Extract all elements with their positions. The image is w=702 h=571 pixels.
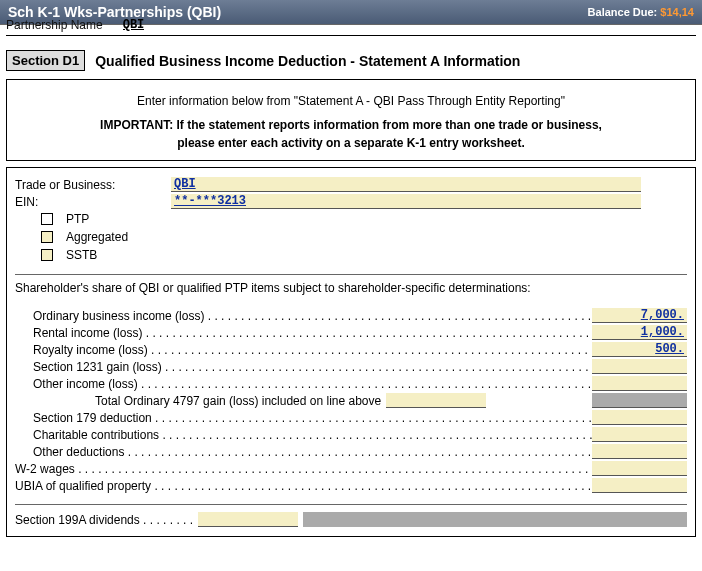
- ubia-row: UBIA of qualified property: [15, 477, 687, 494]
- trade-business-input[interactable]: QBI: [171, 177, 641, 192]
- total-4797-row: Total Ordinary 4797 gain (loss) included…: [15, 392, 687, 409]
- total-4797-label: Total Ordinary 4797 gain (loss) included…: [95, 394, 381, 408]
- ptp-label: PTP: [66, 212, 89, 226]
- balance-due: Balance Due: $14,14: [588, 6, 694, 18]
- rental-income-input[interactable]: 1,000.: [592, 325, 687, 340]
- balance-label: Balance Due:: [588, 6, 661, 18]
- ubia-label: UBIA of qualified property: [15, 479, 592, 493]
- rental-income-label: Rental income (loss): [33, 326, 592, 340]
- rental-income-row: Rental income (loss) 1,000.: [15, 324, 687, 341]
- section-title: Qualified Business Income Deduction - St…: [95, 53, 520, 69]
- other-deductions-row: Other deductions: [15, 443, 687, 460]
- sstb-label: SSTB: [66, 248, 97, 262]
- section-179-input[interactable]: [592, 410, 687, 425]
- aggregated-label: Aggregated: [66, 230, 128, 244]
- ordinary-income-input[interactable]: 7,000.: [592, 308, 687, 323]
- ordinary-income-label: Ordinary business income (loss): [33, 309, 592, 323]
- ubia-input[interactable]: [592, 478, 687, 493]
- aggregated-row: Aggregated: [15, 228, 687, 246]
- sstb-row: SSTB: [15, 246, 687, 264]
- important-note: IMPORTANT: If the statement reports info…: [15, 116, 687, 152]
- ptp-row: PTP: [15, 210, 687, 228]
- partnership-name-value: QBI: [123, 18, 145, 32]
- royalty-income-input[interactable]: 500.: [592, 342, 687, 357]
- charitable-row: Charitable contributions: [15, 426, 687, 443]
- data-box: Trade or Business: QBI EIN: **-***3213 P…: [6, 167, 696, 537]
- section-1231-row: Section 1231 gain (loss): [15, 358, 687, 375]
- ein-input[interactable]: **-***3213: [171, 194, 641, 209]
- section-d1-header: Section D1 Qualified Business Income Ded…: [6, 50, 696, 71]
- charitable-input[interactable]: [592, 427, 687, 442]
- w2-wages-input[interactable]: [592, 461, 687, 476]
- section-199a-input[interactable]: [198, 512, 298, 527]
- section-179-row: Section 179 deduction: [15, 409, 687, 426]
- section-1231-label: Section 1231 gain (loss): [33, 360, 592, 374]
- section-179-label: Section 179 deduction: [33, 411, 592, 425]
- royalty-income-label: Royalty income (loss): [33, 343, 592, 357]
- sstb-checkbox[interactable]: [41, 249, 53, 261]
- section-199a-readonly-bar: [303, 512, 687, 527]
- other-income-input[interactable]: [592, 376, 687, 391]
- other-income-label: Other income (loss): [33, 377, 592, 391]
- balance-amount: $14,14: [660, 6, 694, 18]
- intro-text: Enter information below from "Statement …: [15, 94, 687, 108]
- total-4797-readonly: [592, 393, 687, 408]
- w2-wages-row: W-2 wages: [15, 460, 687, 477]
- section-199a-row: Section 199A dividends: [15, 511, 687, 528]
- aggregated-checkbox[interactable]: [41, 231, 53, 243]
- w2-wages-label: W-2 wages: [15, 462, 592, 476]
- section-199a-label: Section 199A dividends: [15, 513, 193, 527]
- royalty-income-row: Royalty income (loss) 500.: [15, 341, 687, 358]
- trade-business-row: Trade or Business: QBI: [15, 176, 687, 193]
- trade-business-label: Trade or Business:: [15, 178, 165, 192]
- ein-row: EIN: **-***3213: [15, 193, 687, 210]
- section-tag: Section D1: [6, 50, 85, 71]
- intro-box: Enter information below from "Statement …: [6, 79, 696, 161]
- other-deductions-input[interactable]: [592, 444, 687, 459]
- total-4797-input[interactable]: [386, 393, 486, 408]
- other-income-row: Other income (loss): [15, 375, 687, 392]
- other-deductions-label: Other deductions: [33, 445, 592, 459]
- shareholder-share-text: Shareholder's share of QBI or qualified …: [15, 281, 687, 295]
- partnership-name-label: Partnership Name: [6, 18, 103, 32]
- ein-label: EIN:: [15, 195, 165, 209]
- charitable-label: Charitable contributions: [33, 428, 592, 442]
- ordinary-income-row: Ordinary business income (loss) 7,000.: [15, 307, 687, 324]
- section-1231-input[interactable]: [592, 359, 687, 374]
- ptp-checkbox[interactable]: [41, 213, 53, 225]
